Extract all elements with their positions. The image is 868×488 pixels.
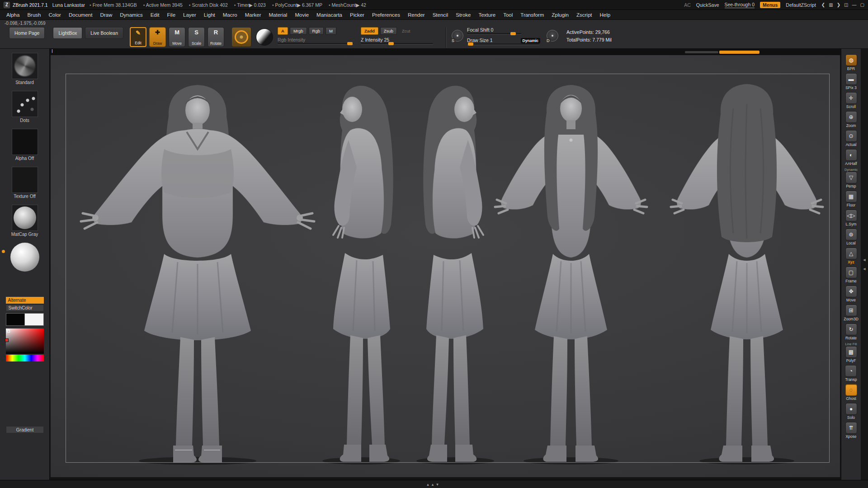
scroll-handle[interactable] bbox=[719, 51, 760, 54]
saturation-value-area[interactable] bbox=[6, 328, 44, 354]
rgb-intensity-slider[interactable]: Rgb Intensity bbox=[278, 37, 354, 45]
color-a-swatch[interactable]: A bbox=[278, 27, 288, 35]
material-thumbnail[interactable] bbox=[12, 205, 38, 231]
right-shelf-spix-3[interactable]: ▬ SPix 3 bbox=[845, 73, 857, 90]
m-button[interactable]: M bbox=[326, 27, 336, 35]
menu-document[interactable]: Document bbox=[69, 12, 92, 18]
model-view-three-quarter[interactable] bbox=[495, 85, 647, 465]
see-through-slider[interactable]: See-through 0 bbox=[725, 2, 755, 8]
left-tray-marker[interactable] bbox=[2, 250, 5, 253]
mrgb-button[interactable]: Mrgb bbox=[290, 27, 307, 35]
right-shelf-polyf[interactable]: Line Fill ▩ PolyF bbox=[845, 343, 857, 363]
stroke-thumbnail[interactable] bbox=[12, 91, 38, 117]
open-tray-arrow-icon-2[interactable]: ◄ bbox=[863, 267, 867, 271]
brush-selector[interactable]: Standard bbox=[0, 53, 49, 85]
minimize-icon[interactable]: — bbox=[852, 2, 857, 7]
black-swatch[interactable] bbox=[6, 313, 25, 326]
menu-material[interactable]: Material bbox=[269, 12, 288, 18]
right-shelf-rotate[interactable]: ↻ Rotate bbox=[845, 324, 857, 340]
live-boolean-button[interactable]: Live Boolean bbox=[85, 27, 123, 39]
dynamic-draw-size-badge[interactable]: Dynamic bbox=[521, 38, 540, 43]
white-swatch[interactable] bbox=[25, 313, 44, 326]
menu-alpha[interactable]: Alpha bbox=[6, 12, 19, 18]
bottom-tray-arrows-icon[interactable]: ▴▴▾ bbox=[427, 482, 441, 487]
right-shelf-frame[interactable]: ▢ Frame bbox=[845, 267, 857, 283]
menu-help[interactable]: Help bbox=[600, 12, 611, 18]
menu-render[interactable]: Render bbox=[408, 12, 425, 18]
model-view-back[interactable] bbox=[671, 84, 823, 465]
right-shelf-persp[interactable]: Dynamic ▽ Persp bbox=[844, 168, 858, 188]
menu-brush[interactable]: Brush bbox=[27, 12, 41, 18]
right-shelf-actual[interactable]: ⊙ Actual bbox=[845, 130, 857, 147]
tray-right-icon[interactable]: ❯ bbox=[837, 2, 840, 7]
move-mode-button[interactable]: M Move bbox=[169, 27, 185, 47]
right-shelf-xyz[interactable]: △ Xyz bbox=[845, 248, 857, 264]
menu-layer[interactable]: Layer bbox=[183, 12, 196, 18]
default-zscript-button[interactable]: DefaultZScript bbox=[786, 2, 816, 8]
menu-file[interactable]: File bbox=[167, 12, 176, 18]
model-view-side-left[interactable] bbox=[322, 86, 400, 465]
right-shelf-xpose[interactable]: ⇈ Xpose bbox=[845, 422, 857, 439]
model-view-front[interactable] bbox=[81, 85, 314, 465]
alpha-selector[interactable]: Alpha Off bbox=[0, 129, 49, 161]
sculpt-canvas[interactable]: I bbox=[50, 49, 841, 480]
zcut-button[interactable]: Zcut bbox=[399, 27, 413, 35]
menu-color[interactable]: Color bbox=[48, 12, 61, 18]
menu-tool[interactable]: Tool bbox=[503, 12, 513, 18]
right-shelf-solo[interactable]: ● Solo bbox=[845, 403, 857, 420]
zsub-button[interactable]: Zsub bbox=[380, 27, 397, 35]
z-intensity-slider[interactable]: Z Intensity 25 bbox=[361, 37, 433, 45]
gradient-button[interactable]: Gradient bbox=[6, 426, 44, 433]
right-shelf-scroll[interactable]: ✛ Scroll bbox=[845, 92, 857, 109]
zadd-button[interactable]: Zadd bbox=[361, 27, 378, 35]
lightbox-button[interactable]: LightBox bbox=[53, 27, 82, 39]
right-shelf-l-sym[interactable]: ◁▷ L.Sym bbox=[845, 210, 857, 226]
scale-mode-button[interactable]: S Scale bbox=[188, 27, 205, 47]
zbrush-document[interactable] bbox=[51, 55, 840, 477]
material-selector[interactable]: MatCap Gray bbox=[0, 205, 49, 237]
current-brush-button[interactable] bbox=[231, 27, 251, 47]
right-shelf-local[interactable]: ⊚ Local bbox=[845, 229, 857, 245]
focal-shift-slider[interactable]: Focal Shift 0 bbox=[467, 27, 521, 35]
brush-thumbnail[interactable] bbox=[12, 53, 38, 79]
menu-texture[interactable]: Texture bbox=[478, 12, 495, 18]
menu-preferences[interactable]: Preferences bbox=[372, 12, 400, 18]
right-shelf-ghost[interactable]: ◌ Ghost bbox=[845, 384, 857, 401]
menu-stroke[interactable]: Stroke bbox=[456, 12, 471, 18]
menu-zscript[interactable]: Zscript bbox=[576, 12, 592, 18]
right-shelf-transp[interactable]: ◔ Transp bbox=[845, 365, 857, 382]
switch-color-button[interactable]: SwitchColor bbox=[6, 305, 44, 311]
right-shelf-floor[interactable]: ▦ Floor bbox=[845, 191, 857, 207]
menu-marker[interactable]: Marker bbox=[245, 12, 261, 18]
menu-transform[interactable]: Transform bbox=[520, 12, 544, 18]
current-color-ball[interactable] bbox=[10, 243, 39, 272]
open-tray-arrow-icon[interactable]: ◄ bbox=[863, 258, 867, 262]
layout-grip-icon[interactable]: ▥ bbox=[829, 2, 833, 7]
draw-mode-button[interactable]: ✚ Draw bbox=[149, 27, 166, 47]
tray-left-icon[interactable]: ❮ bbox=[821, 2, 825, 7]
bottom-tray-divider[interactable]: ▴▴▾ bbox=[0, 480, 868, 488]
menu-zplugin[interactable]: Zplugin bbox=[552, 12, 569, 18]
draw-size-slider[interactable]: Draw Size 1 Dynamic bbox=[467, 38, 539, 46]
stroke-selector[interactable]: Dots bbox=[0, 91, 49, 123]
right-shelf-aahalf[interactable]: ◐ AAHalf bbox=[845, 149, 857, 166]
maximize-icon[interactable]: ▢ bbox=[860, 2, 864, 7]
rotate-mode-button[interactable]: R Rotate bbox=[208, 27, 224, 47]
right-shelf-bpr[interactable]: ◍ BPR bbox=[845, 54, 857, 71]
menu-maniacarta[interactable]: Maniacarta bbox=[316, 12, 342, 18]
menu-dynamics[interactable]: Dynamics bbox=[120, 12, 142, 18]
alternate-color-button[interactable]: Alternate bbox=[6, 297, 44, 304]
alpha-thumbnail[interactable] bbox=[12, 129, 38, 155]
right-shelf-move[interactable]: ✥ Move bbox=[845, 286, 857, 302]
right-shelf-zoom[interactable]: ⊕ Zoom bbox=[845, 111, 857, 128]
menu-macro[interactable]: Macro bbox=[223, 12, 237, 18]
current-material-button[interactable] bbox=[256, 28, 273, 46]
hue-strip[interactable] bbox=[6, 355, 44, 361]
model-view-side-right[interactable] bbox=[416, 86, 494, 465]
menu-draw[interactable]: Draw bbox=[100, 12, 112, 18]
menu-stencil[interactable]: Stencil bbox=[433, 12, 448, 18]
panel-split-icon[interactable]: ◫ bbox=[844, 2, 848, 7]
menu-light[interactable]: Light bbox=[204, 12, 215, 18]
edit-mode-button[interactable]: ✎ Edit bbox=[130, 27, 146, 47]
texture-thumbnail[interactable] bbox=[12, 167, 38, 193]
